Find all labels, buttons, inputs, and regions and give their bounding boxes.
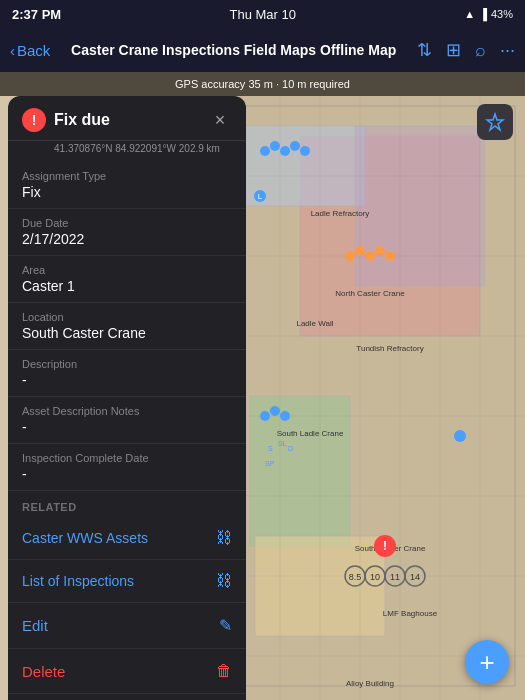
svg-text:South Ladle Crane: South Ladle Crane [277,429,344,438]
link-icon-caster-wws: ⛓ [216,529,232,547]
svg-point-37 [345,251,355,261]
panel-title-row: ! Fix due [22,108,110,132]
status-bar: 2:37 PM Thu Mar 10 ▲ ▐ 43% [0,0,525,28]
add-icon: + [479,647,494,678]
layers-icon[interactable]: ⊞ [446,39,461,61]
edit-icon: ✎ [219,616,232,635]
field-value-inspection-date: - [22,466,232,482]
svg-text:S: S [268,445,273,452]
svg-text:LMF Baghouse: LMF Baghouse [383,609,438,618]
svg-point-31 [270,141,280,151]
svg-point-44 [454,430,466,442]
field-value-asset-notes: - [22,419,232,435]
directions-button[interactable]: Directions [8,694,246,700]
svg-point-30 [260,146,270,156]
svg-text:SP: SP [265,460,275,467]
field-value-description: - [22,372,232,388]
back-chevron-icon: ‹ [10,42,15,59]
svg-point-45 [260,411,270,421]
field-assignment-type: Assignment Type Fix [8,162,246,209]
field-location: Location South Caster Crane [8,303,246,350]
svg-text:!: ! [383,539,387,553]
status-date: Thu Mar 10 [229,7,295,22]
location-button[interactable] [477,104,513,140]
field-value-area: Caster 1 [22,278,232,294]
related-item-inspections[interactable]: List of Inspections ⛓ [8,560,246,603]
field-value-location: South Caster Crane [22,325,232,341]
svg-text:Tundish Refractory: Tundish Refractory [356,344,423,353]
warning-icon: ! [22,108,46,132]
svg-rect-7 [355,126,485,286]
trash-icon: 🗑 [216,662,232,680]
status-icons: ▲ ▐ 43% [464,8,513,20]
delete-label: Delete [22,663,65,680]
svg-text:8.5: 8.5 [349,572,362,582]
battery-percent: 43% [491,8,513,20]
sort-icon[interactable]: ⇅ [417,39,432,61]
battery-icon: ▐ [479,8,487,20]
field-label-assignment-type: Assignment Type [22,170,232,182]
field-inspection-date: Inspection Complete Date - [8,444,246,491]
svg-text:SL: SL [278,440,287,447]
svg-point-34 [300,146,310,156]
field-label-description: Description [22,358,232,370]
svg-point-33 [290,141,300,151]
field-area: Area Caster 1 [8,256,246,303]
svg-point-47 [280,411,290,421]
nav-actions: ⇅ ⊞ ⌕ ··· [417,39,515,61]
nav-title: Caster Crane Inspections Field Maps Offl… [58,42,409,58]
link-icon-inspections: ⛓ [216,572,232,590]
related-item-inspections-label: List of Inspections [22,573,134,589]
related-item-caster-wws[interactable]: Caster WWS Assets ⛓ [8,517,246,560]
field-due-date: Due Date 2/17/2022 [8,209,246,256]
field-label-asset-notes: Asset Description Notes [22,405,232,417]
panel-body: Assignment Type Fix Due Date 2/17/2022 A… [8,162,246,700]
svg-text:Alloy Building: Alloy Building [346,679,394,688]
svg-text:Ladle Wall: Ladle Wall [296,319,333,328]
back-label: Back [17,42,50,59]
wifi-icon: ▲ [464,8,475,20]
svg-text:10: 10 [370,572,380,582]
gps-accuracy-text: GPS accuracy 35 m · 10 m required [175,78,350,90]
status-time: 2:37 PM [12,7,61,22]
delete-button[interactable]: Delete 🗑 [8,649,246,694]
back-button[interactable]: ‹ Back [10,42,50,59]
svg-text:L: L [258,192,263,201]
field-value-assignment-type: Fix [22,184,232,200]
field-description: Description - [8,350,246,397]
search-icon[interactable]: ⌕ [475,40,486,61]
svg-point-40 [375,246,385,256]
edit-label: Edit [22,617,48,634]
related-section-header: RELATED [8,491,246,517]
svg-point-32 [280,146,290,156]
detail-panel: ! Fix due × 41.370876°N 84.922091°W 202.… [8,96,246,700]
related-item-caster-wws-label: Caster WWS Assets [22,530,148,546]
field-value-due-date: 2/17/2022 [22,231,232,247]
svg-point-46 [270,406,280,416]
gps-bar: GPS accuracy 35 m · 10 m required [0,72,525,96]
add-fab-button[interactable]: + [465,640,509,684]
panel-title: Fix due [54,111,110,129]
field-asset-notes: Asset Description Notes - [8,397,246,444]
nav-bar: ‹ Back Caster Crane Inspections Field Ma… [0,28,525,72]
svg-text:14: 14 [410,572,420,582]
field-label-area: Area [22,264,232,276]
more-icon[interactable]: ··· [500,40,515,61]
panel-coordinates: 41.370876°N 84.922091°W 202.9 km [8,141,246,162]
svg-text:Ladle Refractory: Ladle Refractory [311,209,370,218]
field-label-location: Location [22,311,232,323]
svg-point-41 [385,251,395,261]
field-label-inspection-date: Inspection Complete Date [22,452,232,464]
edit-button[interactable]: Edit ✎ [8,603,246,649]
panel-header: ! Fix due × [8,96,246,141]
close-button[interactable]: × [208,108,232,132]
svg-point-39 [365,251,375,261]
field-label-due-date: Due Date [22,217,232,229]
svg-text:11: 11 [390,572,400,582]
svg-point-38 [355,246,365,256]
svg-text:D: D [288,445,293,452]
svg-text:North Caster Crane: North Caster Crane [335,289,405,298]
